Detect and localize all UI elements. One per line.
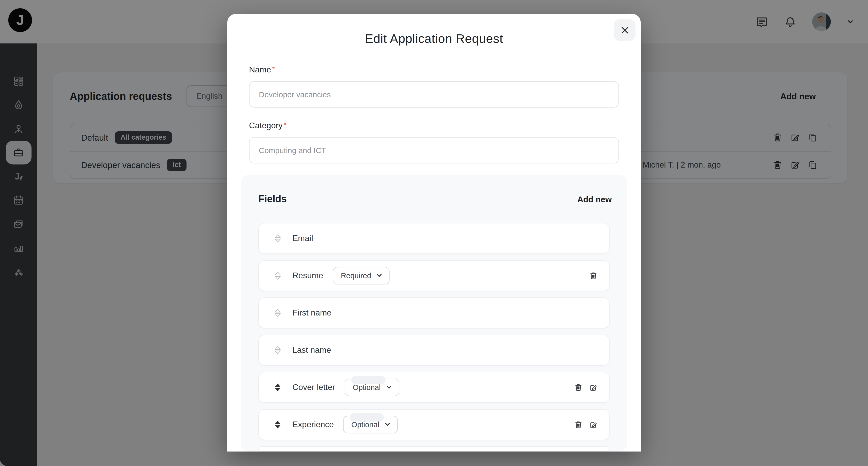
- drag-handle-icon[interactable]: [274, 271, 281, 280]
- add-field-button[interactable]: Add new: [578, 195, 612, 204]
- field-actions: [574, 420, 598, 429]
- chevron-down-icon: [384, 421, 391, 428]
- delete-icon[interactable]: [589, 271, 598, 280]
- modal-form: Name* Category*: [227, 65, 641, 164]
- drag-handle-icon[interactable]: [274, 383, 281, 392]
- drag-handle-icon[interactable]: [274, 308, 281, 318]
- name-input[interactable]: [249, 81, 619, 108]
- close-icon: [620, 26, 629, 34]
- field-label: Email: [292, 234, 313, 243]
- fields-header: Fields Add new: [241, 175, 627, 205]
- app-root: J: [0, 0, 868, 466]
- field-row-last-name: Last name: [258, 334, 610, 366]
- field-row-first-name: First name: [258, 297, 610, 328]
- field-row-experience: Experience Optional: [258, 409, 610, 440]
- edit-icon[interactable]: [589, 383, 598, 392]
- name-label: Name*: [249, 65, 619, 75]
- required-mark: *: [272, 65, 275, 73]
- requirement-select[interactable]: Optional: [344, 379, 399, 396]
- edit-application-request-modal: Edit Application Request Name* Category*…: [227, 14, 641, 452]
- requirement-select[interactable]: Optional: [343, 416, 398, 433]
- delete-icon[interactable]: [574, 383, 583, 392]
- field-label: Cover letter: [292, 383, 335, 392]
- field-actions: [589, 271, 598, 280]
- field-row-resume: Resume Required: [258, 260, 610, 291]
- field-label: Last name: [292, 346, 331, 355]
- chevron-down-icon: [386, 384, 392, 390]
- drag-handle-icon[interactable]: [274, 346, 281, 355]
- field-label: Resume: [292, 271, 323, 280]
- close-button[interactable]: [614, 19, 636, 41]
- fields-title: Fields: [258, 194, 287, 205]
- modal-title: Edit Application Request: [227, 32, 641, 46]
- field-label: Experience: [292, 420, 334, 429]
- fields-section: Fields Add new Email Resume Required: [241, 175, 627, 452]
- fields-list: Email Resume Required First name: [241, 205, 627, 452]
- field-row-partial: [258, 446, 610, 452]
- delete-icon[interactable]: [574, 420, 583, 429]
- category-input[interactable]: [249, 137, 619, 164]
- drag-handle-icon[interactable]: [274, 234, 281, 243]
- chevron-down-icon: [376, 272, 382, 279]
- field-row-email: Email: [258, 223, 610, 254]
- required-mark: *: [284, 121, 286, 129]
- drag-handle-icon[interactable]: [274, 420, 281, 429]
- requirement-select[interactable]: Required: [333, 267, 390, 285]
- field-label: First name: [292, 308, 332, 318]
- field-actions: [574, 383, 598, 392]
- category-label: Category*: [249, 121, 619, 130]
- field-row-cover-letter: Cover letter Optional: [258, 372, 610, 403]
- edit-icon[interactable]: [589, 420, 598, 429]
